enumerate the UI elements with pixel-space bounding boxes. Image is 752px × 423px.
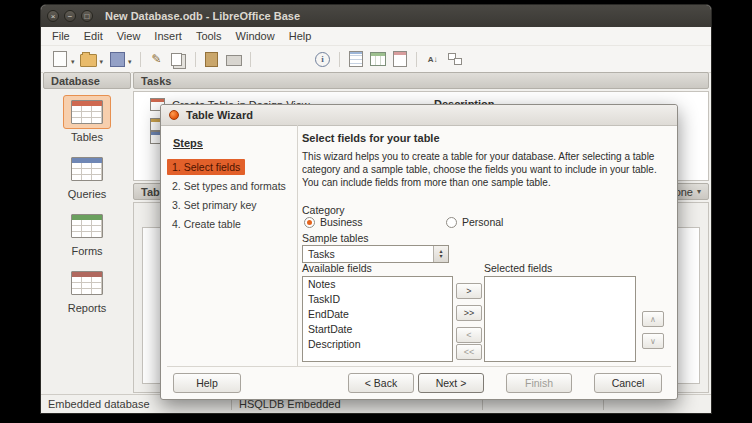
radio-button-icon [446, 217, 457, 228]
selected-fields-label: Selected fields [484, 262, 552, 274]
radio-business-label: Business [320, 216, 363, 228]
close-icon[interactable]: × [47, 10, 59, 22]
remove-field-button[interactable]: < [456, 327, 482, 343]
selected-fields-listbox[interactable] [484, 276, 636, 362]
dialog-titlebar[interactable]: Table Wizard [161, 105, 677, 126]
category-label: Category [302, 204, 345, 216]
tasks-header: Tasks [133, 72, 709, 89]
radio-personal[interactable]: Personal [446, 216, 503, 228]
list-item[interactable]: EndDate [303, 307, 452, 322]
list-item[interactable]: TaskID [303, 292, 452, 307]
database-pane-items: Tables Queries Forms Reports [43, 89, 131, 314]
dialog-title: Table Wizard [186, 109, 253, 121]
wizard-intro-text: This wizard helps you to create a table … [302, 150, 674, 189]
maximize-icon[interactable]: □ [81, 10, 93, 22]
toolbar: ▾ ▾ ▾ [41, 45, 711, 73]
available-fields-label: Available fields [302, 262, 372, 274]
sidebar-item-label: Tables [71, 131, 103, 143]
open-icon[interactable] [80, 50, 98, 68]
list-item[interactable]: StartDate [303, 322, 452, 337]
sidebar-item-tables[interactable]: Tables [63, 95, 111, 143]
forms-icon [63, 209, 111, 243]
dropdown-caret-icon[interactable]: ▾ [128, 58, 132, 66]
sample-tables-label: Sample tables [302, 232, 369, 244]
dialog-separator [167, 366, 671, 367]
menu-view[interactable]: View [110, 29, 148, 43]
cancel-button[interactable]: Cancel [594, 373, 662, 393]
base-app-icon [169, 110, 179, 120]
window-controls: × − □ [47, 10, 93, 22]
table-wizard-dialog: Table Wizard Steps 1. Select fields 2. S… [160, 104, 678, 400]
next-button[interactable]: Next > [418, 373, 484, 393]
radio-business[interactable]: Business [304, 216, 363, 228]
dropdown-caret-icon[interactable]: ▾ [100, 58, 104, 66]
toolbar-separator [339, 52, 340, 67]
tasks-header-title: Tasks [141, 75, 171, 87]
combobox-value: Tasks [303, 248, 433, 260]
back-button[interactable]: < Back [348, 373, 414, 393]
database-pane: Database Tables Queries Forms [43, 72, 131, 395]
finish-button[interactable]: Finish [506, 373, 572, 393]
help-button[interactable]: Help [173, 373, 241, 393]
window-title: New Database.odb - LibreOffice Base [105, 10, 300, 22]
database-pane-header: Database [43, 72, 131, 89]
sample-tables-combobox[interactable]: Tasks ▴▾ [302, 245, 449, 263]
queries-icon [63, 152, 111, 186]
save-icon[interactable] [108, 50, 126, 68]
relationships-icon[interactable] [446, 50, 464, 68]
new-document-icon[interactable] [51, 50, 69, 68]
paste-icon[interactable] [203, 50, 221, 68]
step-create-table[interactable]: 4. Create table [167, 216, 246, 232]
sidebar-item-reports[interactable]: Reports [63, 266, 111, 314]
print-icon[interactable] [225, 50, 243, 68]
add-all-fields-button[interactable]: >> [456, 305, 482, 321]
edit-icon[interactable] [148, 50, 166, 68]
move-up-button[interactable]: ∧ [642, 311, 664, 327]
sidebar-item-queries[interactable]: Queries [63, 152, 111, 200]
radio-button-icon [304, 217, 315, 228]
available-fields-listbox[interactable]: Notes TaskID EndDate StartDate Descripti… [302, 276, 453, 362]
steps-title: Steps [173, 137, 297, 149]
sort-ascending-icon[interactable] [424, 50, 442, 68]
step-set-types[interactable]: 2. Set types and formats [167, 178, 291, 194]
screen-letterbox: × − □ New Database.odb - LibreOffice Bas… [0, 0, 752, 423]
chevron-down-icon: ▾ [697, 187, 701, 196]
radio-personal-label: Personal [462, 216, 503, 228]
add-field-button[interactable]: > [456, 283, 482, 299]
move-down-button[interactable]: ∨ [642, 333, 664, 349]
page-title: Select fields for your table [302, 132, 440, 144]
dropdown-caret-icon[interactable]: ▾ [71, 58, 75, 66]
toolbar-separator [195, 52, 196, 67]
table-icon[interactable] [369, 50, 387, 68]
sidebar-item-label: Queries [68, 188, 107, 200]
wizard-steps-panel: Steps 1. Select fields 2. Set types and … [161, 125, 298, 366]
report-icon[interactable] [391, 50, 409, 68]
menu-window[interactable]: Window [229, 29, 282, 43]
minimize-icon[interactable]: − [64, 10, 76, 22]
list-item[interactable]: Description [303, 337, 452, 352]
menubar: File Edit View Insert Tools Window Help [41, 27, 711, 45]
copy-icon[interactable] [170, 50, 188, 68]
list-item[interactable]: Notes [303, 277, 452, 292]
menu-file[interactable]: File [45, 29, 77, 43]
form-icon[interactable] [347, 50, 365, 68]
remove-all-fields-button[interactable]: << [456, 344, 482, 360]
wizard-content: Select fields for your table This wizard… [298, 125, 677, 366]
menu-edit[interactable]: Edit [77, 29, 110, 43]
sidebar-item-forms[interactable]: Forms [63, 209, 111, 257]
menu-tools[interactable]: Tools [189, 29, 229, 43]
step-set-primary-key[interactable]: 3. Set primary key [167, 197, 262, 213]
toolbar-separator [416, 52, 417, 67]
reports-icon [63, 266, 111, 300]
titlebar: × − □ New Database.odb - LibreOffice Bas… [41, 5, 711, 27]
sidebar-item-label: Forms [71, 245, 102, 257]
spinner-arrows-icon[interactable]: ▴▾ [433, 246, 448, 262]
menu-help[interactable]: Help [282, 29, 319, 43]
sidebar-item-label: Reports [68, 302, 107, 314]
toolbar-separator [140, 52, 141, 67]
tables-icon [63, 95, 111, 129]
step-select-fields[interactable]: 1. Select fields [167, 159, 245, 175]
database-pane-title: Database [51, 75, 100, 87]
menu-insert[interactable]: Insert [147, 29, 189, 43]
info-icon[interactable] [314, 50, 332, 68]
